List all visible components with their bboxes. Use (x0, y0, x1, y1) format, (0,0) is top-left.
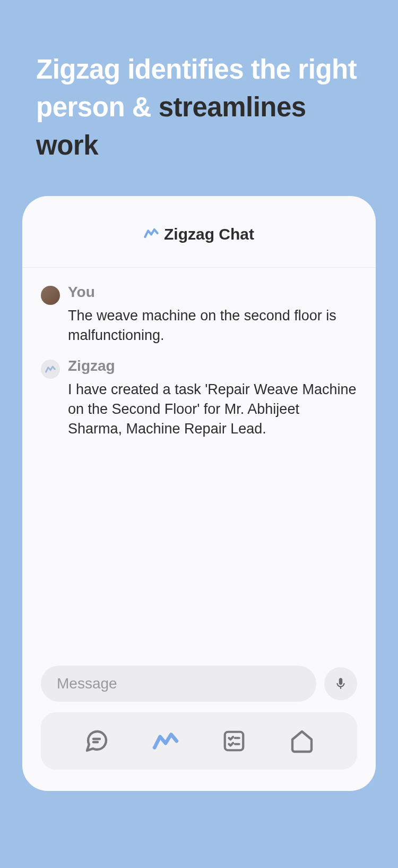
message-input[interactable] (41, 666, 316, 702)
zigzag-icon (152, 728, 179, 754)
sender-name: Zigzag (68, 358, 357, 375)
nav-zigzag[interactable] (152, 728, 179, 754)
nav-chat[interactable] (84, 728, 109, 754)
message-text: I have created a task 'Repair Weave Mach… (68, 380, 357, 439)
tasks-icon (222, 729, 246, 753)
bottom-nav (41, 712, 357, 770)
nav-tasks[interactable] (222, 729, 246, 753)
chat-app-card: Zigzag Chat You The weave machine on the… (22, 196, 376, 791)
zigzag-icon (144, 226, 159, 243)
message-row: You The weave machine on the second floo… (41, 284, 357, 346)
message-content: Zigzag I have created a task 'Repair Wea… (68, 358, 357, 439)
hero-section: Zigzag identifies the right person & str… (0, 0, 398, 185)
message-text: The weave machine on the second floor is… (68, 306, 357, 346)
input-row (22, 666, 376, 712)
sender-name: You (68, 284, 357, 301)
svg-rect-2 (224, 732, 243, 751)
mic-button[interactable] (324, 667, 357, 700)
chat-header: Zigzag Chat (22, 196, 376, 268)
hero-heading: Zigzag identifies the right person & str… (36, 50, 362, 164)
message-row: Zigzag I have created a task 'Repair Wea… (41, 358, 357, 439)
nav-home[interactable] (289, 728, 315, 754)
messages-container[interactable]: You The weave machine on the second floo… (22, 268, 376, 666)
chat-icon (84, 728, 109, 754)
message-content: You The weave machine on the second floo… (68, 284, 357, 346)
chat-title: Zigzag Chat (164, 225, 254, 243)
home-icon (289, 728, 315, 754)
bot-avatar (41, 360, 60, 379)
mic-icon (334, 677, 348, 691)
user-avatar (41, 286, 60, 305)
zigzag-icon (45, 364, 56, 375)
